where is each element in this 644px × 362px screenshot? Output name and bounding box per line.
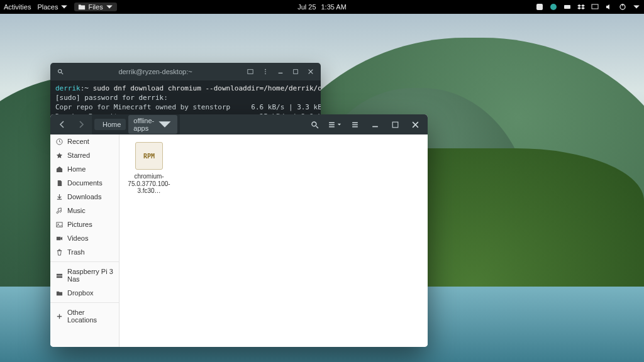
star-icon [56, 152, 63, 159]
svg-rect-19 [57, 236, 60, 240]
minimize-icon [277, 69, 284, 75]
clock-time: 1:35 AM [321, 3, 347, 11]
tray-icon-3[interactable] [564, 3, 571, 11]
forward-button[interactable] [73, 117, 89, 132]
sidebar-separator [50, 302, 119, 303]
pathbar-current-label: offline-apps [133, 117, 154, 132]
clock-date: Jul 25 [297, 3, 316, 11]
sidebar-item-label: Raspberry Pi 3 Nas [67, 268, 113, 283]
svg-point-1 [550, 4, 557, 10]
sidebar-item-starred[interactable]: Starred [50, 148, 119, 162]
sidebar-item-label: Pictures [67, 221, 92, 228]
tray-menu-chevron[interactable] [633, 3, 640, 11]
minimize-icon [371, 121, 379, 129]
prompt-sep: :~ [80, 84, 93, 92]
terminal-line: 6.6 kB/s | 3.3 kB 00:00 [251, 103, 321, 111]
sidebar-item-dropbox[interactable]: Dropbox [50, 286, 119, 300]
files-window: Home offline-apps Recent Starred Home Do… [50, 114, 428, 347]
arrow-left-icon [58, 121, 66, 128]
files-headerbar[interactable]: Home offline-apps [50, 114, 428, 134]
svg-point-8 [265, 69, 266, 70]
tray-icon-1[interactable] [536, 3, 543, 11]
tray-display-icon[interactable] [591, 3, 599, 11]
svg-rect-5 [622, 4, 623, 6]
rpm-icon [135, 142, 163, 170]
terminal-close-button[interactable] [306, 67, 316, 77]
pictures-icon [56, 221, 63, 228]
appmenu-files[interactable]: Files [74, 3, 116, 11]
svg-rect-20 [57, 273, 62, 275]
sidebar-item-other-locations[interactable]: Other Locations [50, 305, 119, 327]
sidebar-item-label: Documents [67, 179, 103, 187]
kebab-icon [262, 69, 269, 75]
terminal-command: sudo dnf download chromium --downloaddir… [93, 84, 321, 92]
sidebar-item-videos[interactable]: Videos [50, 231, 119, 245]
activities-button[interactable]: Activities [4, 3, 31, 11]
prompt-user: derrik [55, 84, 80, 92]
places-menu[interactable]: Places [37, 3, 68, 11]
files-content[interactable]: chromium-75.0.3770.100-3.fc30… [119, 134, 428, 347]
pathbar[interactable]: Home offline-apps [92, 114, 180, 135]
svg-point-13 [311, 121, 316, 126]
files-search-button[interactable] [306, 117, 323, 132]
svg-rect-11 [279, 73, 283, 74]
sidebar-item-trash[interactable]: Trash [50, 245, 119, 259]
sidebar-item-nas[interactable]: Raspberry Pi 3 Nas [50, 265, 119, 286]
terminal-titlebar[interactable]: derrik@ryzen-desktop:~ [50, 63, 321, 80]
terminal-search-button[interactable] [55, 67, 65, 77]
sidebar-item-downloads[interactable]: Downloads [50, 190, 119, 204]
svg-rect-17 [57, 222, 62, 226]
svg-rect-3 [592, 4, 598, 9]
home-icon [56, 166, 63, 173]
search-icon [311, 121, 319, 129]
terminal-newtab-button[interactable] [245, 67, 255, 77]
clock-icon [56, 138, 63, 145]
trash-icon [56, 249, 63, 256]
plus-icon [56, 313, 63, 320]
folder-icon [56, 290, 63, 297]
chevron-down-icon [106, 3, 113, 11]
terminal-minimize-button[interactable] [275, 67, 286, 77]
arrow-right-icon [77, 121, 85, 128]
files-hamburger-button[interactable] [346, 117, 364, 132]
gnome-topbar: Activities Places Files Jul 25 1:35 AM [0, 0, 644, 14]
terminal-line: Copr repo for Minecraft owned by stensto… [55, 103, 230, 111]
search-icon [57, 69, 64, 75]
close-icon [308, 69, 314, 75]
sidebar-item-documents[interactable]: Documents [50, 176, 119, 190]
files-maximize-button[interactable] [386, 117, 404, 132]
back-button[interactable] [54, 117, 70, 132]
files-close-button[interactable] [406, 117, 424, 132]
files-view-button[interactable] [326, 117, 343, 132]
maximize-icon [391, 121, 399, 129]
terminal-maximize-button[interactable] [291, 67, 301, 77]
sidebar-item-label: Dropbox [67, 289, 94, 297]
terminal-menu-button[interactable] [260, 67, 270, 77]
sidebar-item-label: Other Locations [67, 309, 113, 324]
sidebar-item-home[interactable]: Home [50, 162, 119, 176]
sidebar-item-recent[interactable]: Recent [50, 134, 119, 148]
tray-volume-icon[interactable] [605, 3, 613, 11]
sidebar-item-label: Music [67, 207, 86, 214]
pathbar-current[interactable]: offline-apps [128, 115, 177, 134]
clock[interactable]: Jul 25 1:35 AM [297, 3, 347, 11]
sidebar-item-label: Trash [67, 248, 85, 256]
hamburger-icon [351, 121, 359, 129]
sidebar-item-music[interactable]: Music [50, 204, 119, 217]
app-icon [536, 3, 543, 11]
svg-rect-2 [564, 5, 570, 9]
pathbar-home[interactable]: Home [94, 119, 126, 130]
tray-dropbox-icon[interactable] [577, 3, 585, 11]
file-item[interactable]: chromium-75.0.3770.100-3.fc30… [127, 142, 171, 195]
folder-icon [78, 3, 86, 11]
tray-power-icon[interactable] [619, 3, 626, 11]
keyboard-icon [564, 3, 571, 11]
terminal-title: derrik@ryzen-desktop:~ [70, 68, 240, 75]
chevron-down-icon [157, 117, 172, 132]
sidebar-item-label: Recent [67, 138, 89, 145]
files-minimize-button[interactable] [366, 117, 384, 132]
sidebar-item-pictures[interactable]: Pictures [50, 217, 119, 231]
volume-icon [605, 3, 613, 11]
tray-icon-2[interactable] [550, 3, 557, 11]
documents-icon [56, 180, 63, 187]
